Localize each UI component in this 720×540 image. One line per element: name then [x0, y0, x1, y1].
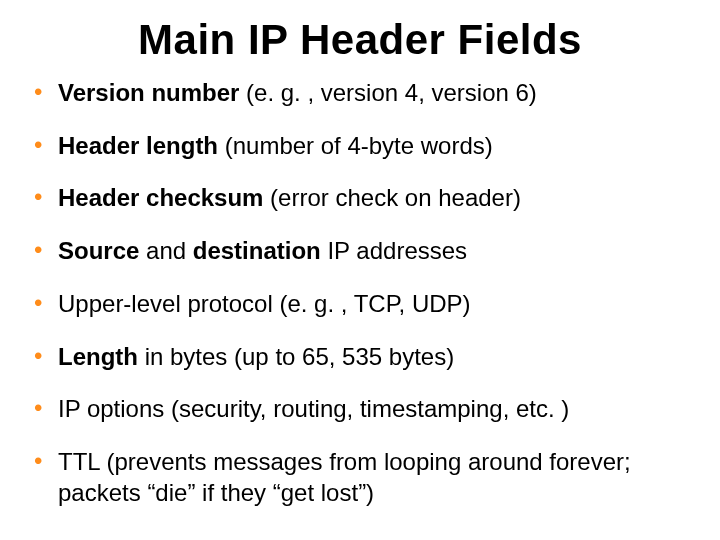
list-item: Source and destination IP addresses — [26, 236, 694, 267]
slide: Main IP Header Fields Version number (e.… — [0, 0, 720, 540]
text: TTL (prevents messages from looping arou… — [58, 448, 631, 506]
slide-title: Main IP Header Fields — [20, 16, 700, 64]
text: (number of 4-byte words) — [218, 132, 493, 159]
text: Upper-level protocol (e. g. , TCP, UDP) — [58, 290, 471, 317]
emphasis: destination — [193, 237, 321, 264]
emphasis: Source — [58, 237, 139, 264]
list-item: Header checksum (error check on header) — [26, 183, 694, 214]
text: IP addresses — [321, 237, 467, 264]
text: and — [139, 237, 192, 264]
text: IP options (security, routing, timestamp… — [58, 395, 569, 422]
list-item: Header length (number of 4-byte words) — [26, 131, 694, 162]
emphasis: Header length — [58, 132, 218, 159]
list-item: IP options (security, routing, timestamp… — [26, 394, 694, 425]
list-item: Version number (e. g. , version 4, versi… — [26, 78, 694, 109]
list-item: Upper-level protocol (e. g. , TCP, UDP) — [26, 289, 694, 320]
text: in bytes (up to 65, 535 bytes) — [138, 343, 454, 370]
emphasis: Length — [58, 343, 138, 370]
list-item: Length in bytes (up to 65, 535 bytes) — [26, 342, 694, 373]
emphasis: Header checksum — [58, 184, 263, 211]
bullet-list: Version number (e. g. , version 4, versi… — [20, 78, 700, 508]
list-item: TTL (prevents messages from looping arou… — [26, 447, 694, 508]
emphasis: Version number — [58, 79, 239, 106]
text: (error check on header) — [263, 184, 520, 211]
text: (e. g. , version 4, version 6) — [239, 79, 536, 106]
